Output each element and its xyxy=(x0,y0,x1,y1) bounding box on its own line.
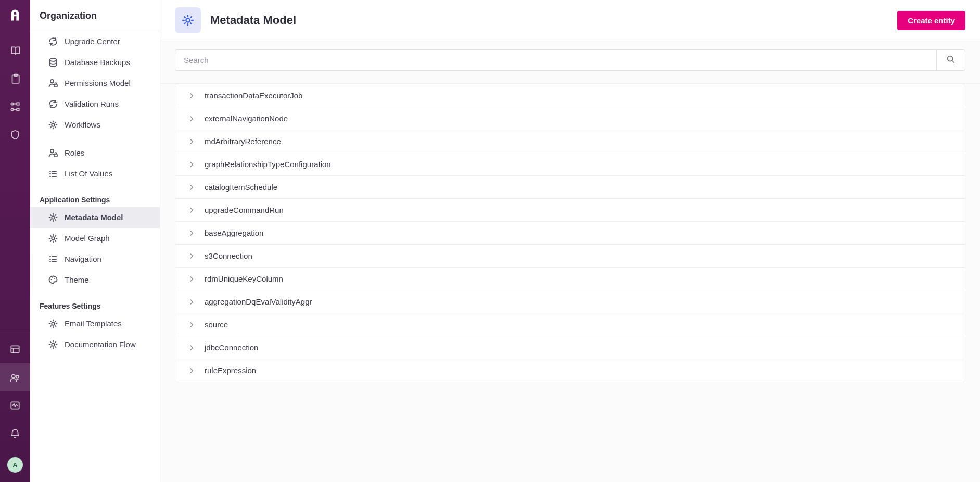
sidebar-item-metadata-model[interactable]: Metadata Model xyxy=(30,207,160,228)
chevron-right-icon xyxy=(188,92,196,100)
sidebar-item-database-backups[interactable]: Database Backups xyxy=(30,52,160,73)
rail-item-clipboard[interactable] xyxy=(0,65,30,93)
chevron-right-icon xyxy=(188,275,196,283)
section-application-settings: Application Settings xyxy=(30,184,160,207)
chevron-right-icon xyxy=(188,229,196,237)
chevron-right-icon xyxy=(188,115,196,123)
chevron-right-icon xyxy=(188,344,196,352)
sidebar-item-label: Theme xyxy=(65,275,150,285)
app-logo[interactable] xyxy=(6,6,24,24)
sidebar-item-permissions-model[interactable]: Permissions Model xyxy=(30,73,160,94)
entity-row[interactable]: s3Connection xyxy=(175,245,965,268)
entity-name: graphRelationshipTypeConfiguration xyxy=(205,160,331,169)
palette-icon xyxy=(48,275,58,285)
entity-name: catalogItemSchedule xyxy=(205,183,277,192)
entity-name: jdbcConnection xyxy=(205,343,258,352)
entity-row[interactable]: aggregationDqEvalValidityAggr xyxy=(175,290,965,313)
entity-name: upgradeCommandRun xyxy=(205,206,284,214)
left-rail: A xyxy=(0,0,30,482)
create-entity-button[interactable]: Create entity xyxy=(897,11,965,30)
entity-row[interactable]: mdArbitraryReference xyxy=(175,130,965,153)
sidebar-item-label: Roles xyxy=(65,148,150,158)
entity-row[interactable]: ruleExpression xyxy=(175,359,965,382)
entity-name: s3Connection xyxy=(205,251,252,260)
chevron-right-icon xyxy=(188,137,196,146)
avatar[interactable]: A xyxy=(7,457,23,473)
entity-list[interactable]: transactionDataExecutorJobexternalNaviga… xyxy=(160,84,980,482)
sidebar-item-theme[interactable]: Theme xyxy=(30,270,160,290)
rail-item-notifications[interactable] xyxy=(0,420,30,448)
rail-item-model[interactable] xyxy=(0,93,30,121)
refresh-icon xyxy=(48,36,58,47)
entity-row[interactable]: transactionDataExecutorJob xyxy=(175,84,965,107)
search-input[interactable] xyxy=(175,49,936,71)
rail-item-security[interactable] xyxy=(0,121,30,149)
list-icon xyxy=(48,254,58,264)
gear-icon xyxy=(48,319,58,329)
rail-item-organization[interactable] xyxy=(0,363,30,391)
gear-icon xyxy=(48,339,58,350)
sidebar-item-label: List Of Values xyxy=(65,169,150,179)
user-lock-icon xyxy=(48,78,58,88)
gear-icon xyxy=(175,7,201,33)
sidebar-item-label: Workflows xyxy=(65,120,150,130)
sidebar-item-roles[interactable]: Roles xyxy=(30,143,160,163)
main: Metadata Model Create entity transaction… xyxy=(160,0,980,482)
sidebar-item-label: Permissions Model xyxy=(65,79,150,88)
entity-name: externalNavigationNode xyxy=(205,114,288,123)
section-features-settings: Features Settings xyxy=(30,290,160,313)
rail-item-catalog[interactable] xyxy=(0,36,30,65)
gear-icon xyxy=(48,120,58,130)
entity-name: source xyxy=(205,320,228,329)
chevron-right-icon xyxy=(188,298,196,306)
chevron-right-icon xyxy=(188,206,196,214)
entity-row[interactable]: baseAggregation xyxy=(175,222,965,245)
sidebar-item-workflows[interactable]: Workflows xyxy=(30,115,160,135)
sidebar-item-label: Database Backups xyxy=(65,58,150,67)
sidebar-item-list-of-values[interactable]: List Of Values xyxy=(30,163,160,184)
entity-name: ruleExpression xyxy=(205,366,256,375)
sidebar-item-documentation-flow[interactable]: Documentation Flow xyxy=(30,334,160,355)
entity-name: aggregationDqEvalValidityAggr xyxy=(205,297,312,306)
entity-row[interactable]: rdmUniqueKeyColumn xyxy=(175,268,965,290)
rail-item-data[interactable] xyxy=(0,335,30,363)
sidebar-item-label: Model Graph xyxy=(65,234,150,243)
search-bar xyxy=(160,41,980,84)
list-icon xyxy=(48,169,58,179)
search-icon xyxy=(946,55,956,66)
chevron-right-icon xyxy=(188,183,196,192)
sidebar-item-label: Documentation Flow xyxy=(65,340,150,349)
database-icon xyxy=(48,57,58,68)
entity-name: transactionDataExecutorJob xyxy=(205,91,302,100)
entity-name: mdArbitraryReference xyxy=(205,137,281,146)
user-lock-icon xyxy=(48,148,58,158)
sidebar-item-label: Navigation xyxy=(65,255,150,264)
chevron-right-icon xyxy=(188,252,196,260)
refresh-icon xyxy=(48,99,58,109)
gear-icon xyxy=(48,233,58,244)
search-button[interactable] xyxy=(936,49,965,71)
entity-name: rdmUniqueKeyColumn xyxy=(205,274,283,283)
sidebar-item-validation-runs[interactable]: Validation Runs xyxy=(30,94,160,115)
chevron-right-icon xyxy=(188,160,196,169)
sidebar-item-label: Validation Runs xyxy=(65,99,150,109)
rail-item-monitoring[interactable] xyxy=(0,391,30,420)
entity-row[interactable]: externalNavigationNode xyxy=(175,107,965,130)
chevron-right-icon xyxy=(188,321,196,329)
entity-row[interactable]: catalogItemSchedule xyxy=(175,176,965,199)
sidebar: Organization Upgrade CenterDatabase Back… xyxy=(30,0,160,482)
gear-icon xyxy=(48,212,58,223)
entity-row[interactable]: upgradeCommandRun xyxy=(175,199,965,222)
sidebar-item-label: Upgrade Center xyxy=(65,37,150,46)
sidebar-scroll[interactable]: Upgrade CenterDatabase BackupsPermission… xyxy=(30,31,160,482)
sidebar-item-email-templates[interactable]: Email Templates xyxy=(30,313,160,334)
entity-row[interactable]: jdbcConnection xyxy=(175,336,965,359)
sidebar-item-upgrade-center[interactable]: Upgrade Center xyxy=(30,31,160,52)
sidebar-item-navigation[interactable]: Navigation xyxy=(30,249,160,270)
sidebar-item-model-graph[interactable]: Model Graph xyxy=(30,228,160,249)
chevron-right-icon xyxy=(188,366,196,375)
sidebar-item-label: Email Templates xyxy=(65,319,150,328)
entity-row[interactable]: source xyxy=(175,313,965,336)
entity-row[interactable]: graphRelationshipTypeConfiguration xyxy=(175,153,965,176)
page-title: Metadata Model xyxy=(210,14,296,27)
